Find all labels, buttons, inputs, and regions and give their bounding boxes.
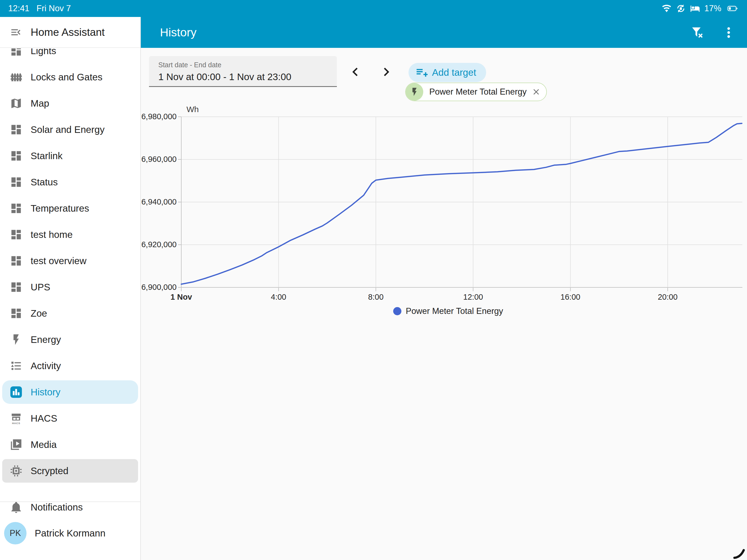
rotation-lock-icon	[676, 4, 686, 14]
sidebar-item-label: Media	[31, 439, 57, 450]
previous-period-button[interactable]	[347, 63, 364, 80]
battery-percent: 17%	[704, 4, 721, 14]
sidebar-item-label: test home	[31, 229, 73, 240]
x-axis-label: 1 Nov	[159, 292, 203, 302]
status-date: Fri Nov 7	[36, 4, 71, 14]
dashboard-icon	[10, 255, 22, 267]
sidebar-item-locks-and-gates[interactable]: Locks and Gates	[0, 64, 140, 90]
history-icon	[10, 386, 22, 399]
dashboard-icon	[10, 307, 22, 320]
sidebar-item-highlight	[2, 407, 138, 430]
sidebar-item-highlight	[2, 92, 138, 115]
svg-text:HACS: HACS	[12, 422, 20, 425]
sidebar-item-highlight	[2, 48, 138, 62]
sidebar-item-label: Scrypted	[31, 465, 68, 476]
flash-icon	[410, 87, 419, 97]
legend-dot	[393, 307, 402, 315]
wifi-icon	[662, 4, 672, 14]
x-axis-label: 12:00	[451, 292, 495, 302]
sidebar-item-test-overview[interactable]: test overview	[0, 248, 140, 274]
notifications-label: Notifications	[31, 502, 83, 513]
page-title: History	[160, 26, 197, 39]
playlist-plus-icon	[416, 67, 428, 78]
sidebar-item-highlight	[2, 433, 138, 456]
y-axis-label: 6,920,000	[93, 240, 177, 249]
sidebar-item-scrypted[interactable]: Scrypted	[0, 458, 140, 484]
sidebar-item-activity[interactable]: Activity	[0, 353, 140, 379]
sidebar-item-label: Energy	[31, 334, 61, 345]
bell-icon	[10, 501, 22, 513]
dashboard-icon	[10, 48, 22, 57]
y-axis-label: 6,940,000	[93, 198, 177, 206]
sidebar-header: Home Assistant	[0, 17, 140, 48]
sidebar-item-highlight	[2, 302, 138, 325]
sidebar-item-label: UPS	[31, 282, 50, 292]
activity-icon	[10, 360, 22, 372]
history-line-chart[interactable]	[181, 117, 742, 287]
sidebar-item-label: Zoe	[31, 308, 47, 319]
sidebar-item-zoe[interactable]: Zoe	[0, 300, 140, 327]
legend-label: Power Meter Total Energy	[406, 306, 503, 316]
target-chip-label: Power Meter Total Energy	[429, 87, 526, 97]
sidebar-item-label: Activity	[31, 360, 61, 371]
sidebar-item-highlight	[2, 354, 138, 378]
sidebar-item-notifications[interactable]: Notifications	[0, 494, 140, 520]
dashboard-icon	[10, 281, 22, 294]
media-icon	[10, 438, 22, 451]
chip-close-icon[interactable]	[532, 87, 541, 97]
x-axis-label: 16:00	[548, 292, 592, 302]
dashboard-icon	[10, 123, 22, 136]
series-line	[181, 123, 742, 284]
dashboard-icon	[10, 176, 22, 188]
sidebar-item-hacs[interactable]: HACSHACS	[0, 405, 140, 432]
y-axis-label: 6,900,000	[93, 283, 177, 292]
sidebar-item-highlight	[2, 328, 138, 351]
next-period-button[interactable]	[378, 63, 395, 80]
sidebar-item-lights[interactable]: Lights	[0, 48, 140, 64]
add-target-button[interactable]: Add target	[409, 63, 486, 82]
status-time: 12:41	[8, 4, 29, 14]
target-chip[interactable]: Power Meter Total Energy	[405, 82, 547, 101]
chart-legend[interactable]: Power Meter Total Energy	[154, 306, 742, 316]
map-icon	[10, 97, 22, 110]
sidebar-item-label: Locks and Gates	[31, 72, 103, 82]
menu-collapse-icon[interactable]	[8, 25, 24, 40]
sidebar-item-status[interactable]: Status	[0, 169, 140, 195]
dashboard-icon	[10, 228, 22, 241]
flash-icon	[10, 333, 22, 346]
chip-avatar	[406, 83, 423, 101]
x-axis-label: 4:00	[257, 292, 301, 302]
sidebar-item-highlight	[2, 170, 138, 194]
app-name: Home Assistant	[31, 26, 105, 38]
fence-icon	[10, 71, 22, 83]
status-bar: 12:41 Fri Nov 7 17%	[0, 0, 747, 17]
sidebar-item-label: Starlink	[31, 150, 62, 161]
profile-name: Patrick Kormann	[35, 528, 106, 539]
bedtime-icon	[690, 4, 700, 14]
y-axis-unit: Wh	[186, 105, 199, 114]
sidebar-item-history[interactable]: History	[0, 379, 140, 405]
date-range-field[interactable]: Start date - End date 1 Nov at 00:00 - 1…	[149, 56, 337, 87]
sidebar-item-label: Lights	[31, 48, 56, 56]
battery-icon	[726, 4, 740, 14]
filter-remove-icon[interactable]	[691, 26, 704, 40]
sidebar-item-media[interactable]: Media	[0, 432, 140, 458]
sidebar-item-label: Status	[31, 177, 58, 187]
add-target-label: Add target	[432, 67, 476, 78]
sidebar-item-label: Solar and Energy	[31, 124, 104, 135]
y-axis-label: 6,960,000	[93, 155, 177, 164]
overflow-menu-icon[interactable]	[722, 26, 736, 40]
sidebar-item-highlight	[2, 459, 138, 483]
sidebar-item-label: HACS	[31, 413, 57, 424]
date-range-label: Start date - End date	[158, 61, 222, 69]
date-range-value: 1 Nov at 00:00 - 1 Nov at 23:00	[158, 71, 291, 82]
y-axis-label: 6,980,000	[93, 112, 177, 121]
dashboard-icon	[10, 150, 22, 162]
sidebar-item-highlight	[2, 380, 138, 404]
x-axis-label: 8:00	[354, 292, 398, 302]
dashboard-icon	[10, 202, 22, 215]
sidebar-item-label: Map	[31, 98, 49, 109]
sidebar-item-profile[interactable]: PK Patrick Kormann	[0, 520, 140, 546]
app-header: History	[141, 17, 747, 48]
sidebar-item-energy[interactable]: Energy	[0, 327, 140, 353]
